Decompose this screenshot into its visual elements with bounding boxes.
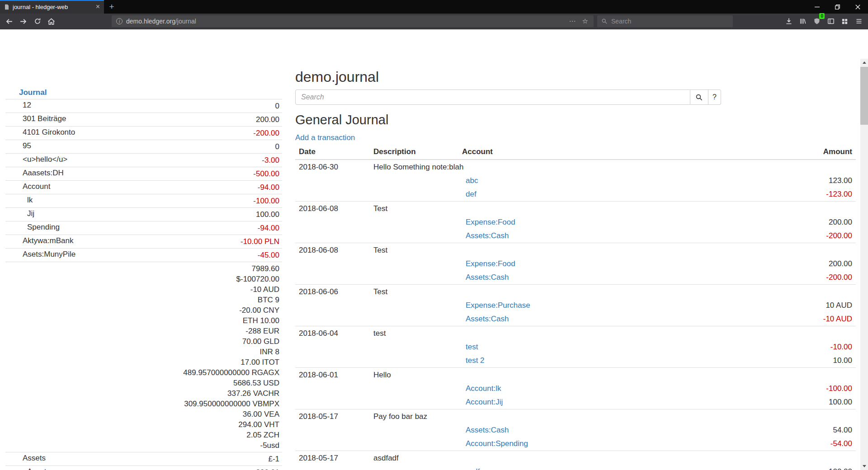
sidebar-journal-link[interactable]: Journal	[19, 88, 47, 97]
sidebar-account-link[interactable]: 95	[23, 141, 31, 150]
transaction-date: 2018-06-08	[295, 202, 370, 216]
home-icon[interactable]	[44, 14, 58, 28]
browser-search-field[interactable]: Search	[597, 15, 733, 27]
posting-account-link[interactable]: Assets:Cash	[466, 273, 509, 282]
empty-cell	[775, 451, 856, 465]
posting-account-link[interactable]: Expense:Food	[466, 218, 515, 226]
transaction-description: Pay foo bar baz	[370, 409, 458, 424]
sidebar-account-link[interactable]: Asset	[27, 467, 47, 470]
sidebar-account-link[interactable]: 301 Beiträge	[23, 114, 66, 123]
address-bar[interactable]: i demo.hledger.org/journal ⋯ ☆	[112, 15, 594, 27]
empty-cell	[458, 368, 775, 382]
sidebar-account-link[interactable]: 12	[23, 101, 31, 109]
url-text[interactable]: demo.hledger.org/journal	[126, 18, 564, 25]
transaction-description: test	[370, 326, 458, 341]
posting-account-link[interactable]: abc	[466, 176, 478, 185]
posting-amount: 200.00	[775, 257, 856, 271]
sidebar-accounts-body: 12 0 301 Beiträge 200.00 4101 Girokonto …	[5, 99, 282, 470]
page-scrollbar[interactable]	[860, 59, 868, 470]
downloads-icon[interactable]	[782, 14, 796, 28]
add-transaction-link[interactable]: Add a transaction	[295, 133, 355, 142]
sidebar-account-link[interactable]: Assets	[23, 454, 46, 462]
empty-cell	[775, 326, 856, 341]
sidebar-account-link[interactable]: Asets:MunyPile	[23, 250, 75, 258]
journal-search-input[interactable]	[295, 89, 690, 105]
posting-account-link[interactable]: Assets:Cash	[466, 315, 509, 323]
browser-tab[interactable]: journal - hledger-web ×	[0, 0, 104, 14]
sidebar-account-link[interactable]: 4101 Girokonto	[23, 128, 75, 136]
section-heading: General Journal	[295, 113, 856, 127]
site-info-icon[interactable]: i	[116, 18, 123, 24]
forward-icon[interactable]	[16, 14, 30, 28]
posting-account-link[interactable]: Expense:Purchase	[466, 301, 530, 310]
posting-account-link[interactable]: Assets:Cash	[466, 231, 509, 240]
window-minimize-button[interactable]	[807, 0, 827, 14]
empty-cell	[775, 202, 856, 216]
sidebar-account-balance: -500.00	[121, 167, 282, 181]
posting-row: def -123.00	[295, 188, 856, 202]
posting-account-link[interactable]: Account:Jij	[466, 398, 503, 406]
tab-favicon-icon	[4, 4, 9, 10]
sidebar-toggle-icon[interactable]	[824, 14, 838, 28]
journal-table-header: Date Description Account Amount	[295, 146, 856, 160]
scrollbar-down-icon[interactable]	[860, 462, 868, 470]
posting-amount: 100.00	[775, 465, 856, 470]
page-title: demo.journal	[295, 69, 856, 85]
sidebar-amount: -45.00	[122, 250, 279, 260]
posting-row: Assets:Cash -200.00	[295, 229, 856, 243]
empty-cell	[458, 202, 775, 216]
sidebar-account-row: Aaasets:DH -500.00	[5, 167, 282, 181]
apps-grid-icon[interactable]	[838, 14, 852, 28]
search-help-button[interactable]: ?	[708, 89, 721, 105]
posting-account-link[interactable]: Assets:Cash	[466, 426, 509, 434]
sidebar-account-link[interactable]: <u>hello</u>	[23, 155, 67, 164]
transaction-description: Test	[370, 243, 458, 258]
adblocker-icon[interactable]: 0	[810, 14, 824, 28]
journal-search-button[interactable]	[690, 89, 708, 105]
sidebar-amount: 337.26 VACHR	[122, 388, 279, 399]
bookmark-star-icon[interactable]: ☆	[581, 17, 589, 25]
transaction: 2018-06-01 Hello Account:lk -100.00 Acco…	[295, 368, 856, 409]
empty-cell	[370, 174, 458, 188]
sidebar-account-link[interactable]: lk	[27, 196, 33, 204]
posting-row: Assets:Cash 54.00	[295, 423, 856, 437]
posting-account-link[interactable]: test 2	[466, 356, 485, 365]
sidebar-account-link[interactable]: Account	[23, 182, 50, 191]
scrollbar-up-icon[interactable]	[860, 59, 868, 66]
scrollbar-thumb[interactable]	[860, 67, 868, 125]
empty-cell	[370, 395, 458, 409]
sidebar-account-row: lk -100.00	[5, 194, 282, 208]
tab-close-icon[interactable]: ×	[96, 3, 100, 10]
sidebar-amount: -100.00	[122, 196, 279, 206]
sidebar-account-link[interactable]: Spending	[27, 223, 60, 231]
window-restore-button[interactable]	[827, 0, 848, 14]
posting-account-link[interactable]: test	[466, 343, 478, 351]
sidebar-account-link[interactable]: Aaasets:DH	[23, 169, 64, 177]
posting-account-link[interactable]: Expense:Food	[466, 259, 515, 268]
posting-amount: -123.00	[775, 188, 856, 202]
journal-table: Date Description Account Amount 2018-06-…	[295, 146, 856, 470]
posting-row: Expense:Purchase 10 AUD	[295, 299, 856, 312]
sidebar-amount: -3.00	[122, 155, 279, 165]
menu-icon[interactable]	[852, 14, 866, 28]
sidebar-account-balance: -200.00	[121, 127, 282, 140]
sidebar-account-row: Jij 100.00	[5, 208, 282, 221]
posting-account-link[interactable]: ssdf	[466, 467, 480, 470]
transaction: 2018-06-08 Test Expense:Food 200.00 Asse…	[295, 202, 856, 243]
empty-cell	[295, 299, 370, 312]
posting-account-link[interactable]: Account:lk	[466, 384, 501, 393]
sidebar-account-link[interactable]: Jij	[27, 209, 34, 218]
posting-account-link[interactable]: def	[466, 190, 476, 198]
page-actions-icon[interactable]: ⋯	[567, 17, 578, 25]
posting-amount: -10 AUD	[775, 312, 856, 326]
posting-amount: -200.00	[775, 229, 856, 243]
back-icon[interactable]	[2, 14, 16, 28]
window-close-button[interactable]	[848, 0, 868, 14]
sidebar-amount: 17.00 ITOT	[122, 357, 279, 367]
posting-account-link[interactable]: Account:Spending	[466, 439, 528, 448]
library-icon[interactable]	[796, 14, 810, 28]
new-tab-button[interactable]: +	[104, 0, 119, 14]
sidebar-account-link[interactable]: Aktywa:mBank	[23, 236, 73, 245]
reload-icon[interactable]	[30, 14, 44, 28]
sidebar: Journal 12 0 301 Beiträge 200.00 4101 Gi…	[5, 88, 282, 470]
